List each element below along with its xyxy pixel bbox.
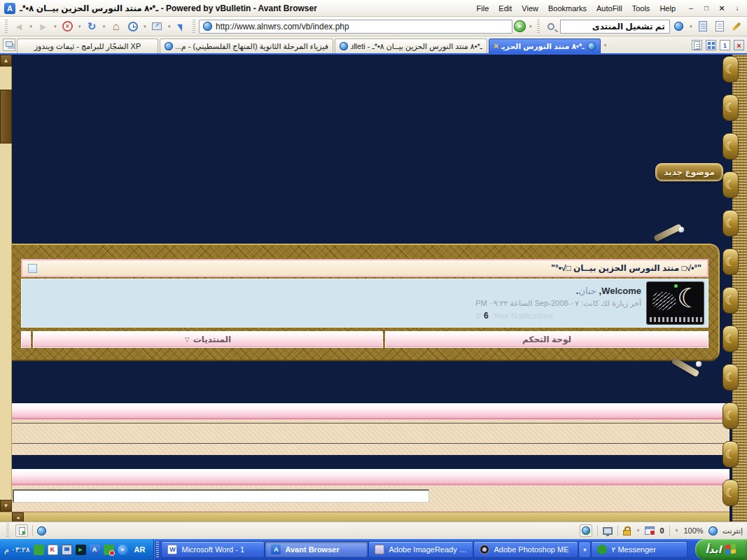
tray-display-icon[interactable]	[62, 545, 72, 555]
crescent-medallion: ☾	[722, 210, 739, 237]
crescent-border-column: ☾ ☾ ☾ ☾ ☾ ☾ ☾ ☾ ☾ ☾ ☾ ☾	[721, 56, 739, 522]
zoom-level[interactable]: 100%	[683, 526, 703, 535]
zoom-preset-button[interactable]: 1	[720, 40, 730, 50]
language-indicator[interactable]: AR	[132, 545, 148, 554]
translate-button[interactable]	[671, 19, 687, 34]
tab-list-dropdown[interactable]: ▼	[602, 38, 608, 53]
go-dropdown[interactable]: ▼	[527, 19, 533, 34]
restore-button[interactable]: □	[701, 3, 712, 13]
forward-button[interactable]: ►	[36, 19, 51, 34]
scroll-down-button[interactable]: ▼	[0, 500, 12, 512]
tab-themes[interactable]: XP الشجّار للبرامج - ثيمات ويندوز	[17, 38, 158, 53]
stop-dropdown[interactable]: ▼	[76, 19, 83, 34]
tray-player-icon[interactable]: ►	[76, 545, 86, 555]
address-bar[interactable]: http://www.alnwrs.com/vb/index.php	[199, 20, 512, 34]
close-tab-button[interactable]: ×	[734, 40, 744, 50]
refresh-button[interactable]: ↻	[84, 19, 99, 34]
taskbar-button-photoshop[interactable]: Adobe Photoshop ME	[473, 541, 578, 558]
imageready-icon	[375, 545, 384, 554]
tile-windows-button[interactable]	[706, 40, 716, 50]
menu-view[interactable]: View	[522, 4, 538, 13]
close-button[interactable]: ×	[716, 3, 727, 13]
taskbar-button-messenger[interactable]: Messenger ٢	[591, 541, 687, 558]
notifications-chevron-icon[interactable]: ▽	[475, 312, 481, 320]
menu-autofill[interactable]: AutoFill	[596, 4, 622, 13]
vertical-scrollbar[interactable]: ▲ ▼	[0, 55, 12, 512]
stop-button[interactable]: ×	[60, 19, 75, 34]
scrollbar-thumb[interactable]	[0, 90, 12, 144]
windows-taskbar: ٠٣:٢٨ م K ► A « AR W Microsoft Word - 1 …	[0, 539, 747, 560]
history-dropdown[interactable]: ▼	[142, 19, 148, 34]
home-button[interactable]: ⌂	[109, 19, 124, 34]
history-button[interactable]	[125, 19, 141, 34]
start-button[interactable]: ابدأ	[695, 539, 747, 560]
open-in-window-button[interactable]	[15, 524, 28, 537]
tab-forum-active[interactable]: × ـ*•٨ منتد النورس الحزين بيــان ٨•*ـ ..…	[489, 38, 601, 53]
security-lock-icon[interactable]	[623, 530, 631, 536]
minimize-button[interactable]: –	[685, 3, 697, 13]
new-topic-button[interactable]: موضوع جديد	[655, 163, 723, 181]
taskbar-button-avant[interactable]: A Avant Browser	[265, 541, 368, 558]
forum-title: "°•√□ منتد النورس الحزين بيــان □√•°"	[551, 263, 701, 273]
crescent-medallion: ☾	[722, 364, 739, 391]
menu-help[interactable]: Help	[659, 4, 676, 13]
new-tab-button[interactable]	[692, 40, 702, 50]
minimize-to-tray-button[interactable]: ↓	[732, 3, 743, 13]
taskbar-button-word[interactable]: W Microsoft Word - 1	[161, 541, 265, 558]
zoom-dropdown[interactable]: ▼	[675, 528, 679, 533]
menu-tools[interactable]: Tools	[632, 4, 650, 13]
script-page-button[interactable]	[695, 19, 711, 34]
category-header-bar	[12, 403, 729, 419]
tab-physics[interactable]: فيزياء المرحلة الثانوية (المنهاج الفلسطي…	[160, 38, 333, 53]
back-dropdown[interactable]: ▼	[28, 19, 34, 34]
crescent-icon: ☾	[725, 141, 735, 153]
menu-file[interactable]: File	[477, 4, 489, 13]
stop-icon: ×	[62, 21, 73, 31]
highlighter-button[interactable]	[729, 19, 744, 34]
forums-menu-button[interactable]: المنتديات ▽	[33, 331, 383, 348]
popup-blocker-icon[interactable]	[645, 526, 655, 535]
welcome-greeting: Welcome,	[599, 286, 641, 296]
back-button[interactable]: ◄	[11, 19, 27, 34]
search-button[interactable]	[543, 19, 559, 34]
search-input[interactable]: تم تشغيل المنتدى	[560, 20, 670, 34]
taskbar-group-dropdown[interactable]: ▼	[578, 541, 591, 558]
pointer-button[interactable]	[174, 19, 189, 34]
window-list-button[interactable]	[3, 38, 15, 51]
view-source-button[interactable]	[712, 19, 727, 34]
tray-user-icon[interactable]	[34, 545, 44, 555]
tab-close-icon[interactable]: ×	[494, 41, 498, 51]
quick-search-input[interactable]	[13, 489, 429, 503]
tab-label: ـ*•٨ منتد النورس الحزين بيــان ٨•*ـ ...	[501, 42, 585, 51]
avant-icon: A	[271, 545, 281, 554]
username-link[interactable]: حنان	[578, 286, 596, 296]
forward-dropdown[interactable]: ▼	[53, 19, 59, 34]
window-fit-button[interactable]	[149, 19, 165, 34]
notifications-label[interactable]: Your Notifications:	[491, 312, 553, 320]
translate-dropdown[interactable]: ▼	[688, 19, 694, 34]
menu-bookmarks[interactable]: Bookmarks	[548, 4, 587, 13]
tab-forum-vbulletin[interactable]: ـ*•٨ منتد النورس الحزين بيــان ٨•*ـ - vB…	[335, 38, 487, 53]
collapse-panel-icon[interactable]	[28, 264, 37, 273]
welcome-line: Welcome, حنان.	[475, 286, 641, 296]
security-dropdown[interactable]: ▼	[636, 528, 640, 533]
window-fit-dropdown[interactable]: ▼	[166, 19, 172, 34]
download-control-button[interactable]	[580, 524, 592, 537]
search-icon	[547, 23, 554, 30]
horizontal-scrollbar[interactable]: ◄	[0, 512, 729, 522]
tray-avant-icon[interactable]: A	[90, 545, 100, 555]
refresh-dropdown[interactable]: ▼	[101, 19, 107, 34]
go-button[interactable]: ►	[514, 20, 526, 32]
tray-expand-icon[interactable]: «	[118, 545, 128, 555]
scroll-up-button[interactable]: ▲	[0, 55, 12, 66]
menu-edit[interactable]: Edit	[498, 4, 512, 13]
scroll-left-button[interactable]: ◄	[12, 512, 24, 522]
taskbar-clock[interactable]: ٠٣:٢٨ م	[4, 545, 30, 554]
monitor-icon[interactable]	[603, 527, 613, 535]
page-viewport: ▲ ▼ ◄ ☾ ☾ ☾ ☾ ☾ ☾ ☾ ☾ ☾ ☾ ☾ ☾ موضوع جديد	[0, 55, 747, 522]
green-arrow-icon	[587, 531, 590, 535]
taskbar-button-imageready[interactable]: Adobe ImageReady ME	[368, 541, 473, 558]
tray-antivirus-icon[interactable]: K	[48, 545, 58, 555]
control-panel-button[interactable]: لوحة التحكم	[385, 331, 708, 348]
tray-messenger-icon[interactable]	[104, 545, 114, 555]
